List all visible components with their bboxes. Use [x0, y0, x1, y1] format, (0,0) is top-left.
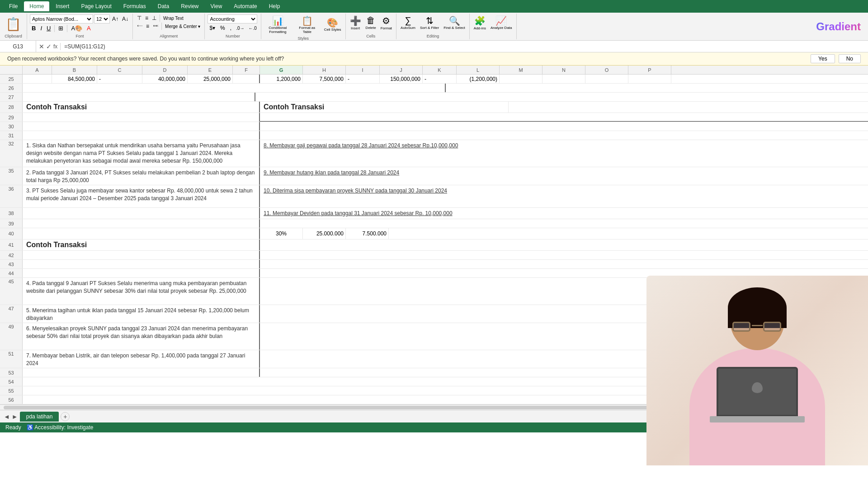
tab-review[interactable]: Review [175, 1, 204, 11]
paste-button[interactable]: 📋 [4, 16, 23, 33]
col-header-b[interactable]: B [52, 66, 97, 74]
col-header-i[interactable]: I [346, 66, 380, 74]
font-shrink-button[interactable]: A↓ [121, 15, 130, 23]
col-header-a[interactable]: A [23, 66, 52, 74]
cell[interactable]: 25,000,000 [188, 75, 233, 83]
tab-nav-prev[interactable]: ◄ [4, 413, 10, 420]
cell[interactable] [23, 75, 52, 83]
cell[interactable]: 1,200,000 [260, 75, 303, 83]
number-format-select[interactable]: Accounting [208, 14, 257, 23]
autosum-button[interactable]: ∑ AutoSum [399, 14, 417, 31]
sort-filter-button[interactable]: ⇅ Sort & Filter [419, 14, 440, 31]
wrap-text-button[interactable]: Wrap Text [162, 15, 185, 21]
percent-button[interactable]: % [218, 24, 227, 32]
confirm-formula-button[interactable]: ✓ [46, 43, 52, 50]
col-header-d[interactable]: D [142, 66, 188, 74]
align-bottom-button[interactable]: ⊥ [151, 14, 158, 22]
col-header-g[interactable]: G [260, 66, 303, 74]
cell-title-left[interactable]: Contoh Transaksi [23, 102, 260, 113]
cell-item-9[interactable]: 9. Membayar hutang iklan pada tanggal 28… [260, 167, 868, 185]
col-header-p[interactable]: P [628, 66, 671, 74]
cell-item-10[interactable]: 10. Diterima sisa pembayaran proyek SUNN… [260, 185, 868, 207]
notification-yes-button[interactable]: Yes [811, 54, 835, 63]
cancel-formula-button[interactable]: ✕ [39, 43, 44, 50]
cell-item-3[interactable]: 3. PT Sukses Selalu juga membayar sewa k… [23, 185, 260, 207]
formula-input[interactable] [61, 43, 868, 50]
delete-button[interactable]: 🗑 Delete [364, 14, 377, 31]
align-middle-button[interactable]: ≡ [144, 14, 150, 22]
cell-calc-amount1[interactable]: 25.000.000 [303, 228, 346, 239]
cell[interactable] [542, 75, 585, 83]
cell[interactable] [500, 75, 542, 83]
tab-file[interactable]: File [4, 1, 23, 11]
cell[interactable]: 40,000,000 [142, 75, 188, 83]
cell-calc-amount2[interactable]: 7.500.000 [346, 228, 389, 239]
col-header-o[interactable]: O [585, 66, 628, 74]
comma-button[interactable]: , [228, 24, 233, 32]
font-grow-button[interactable]: A↑ [111, 15, 120, 23]
tab-page-layout[interactable]: Page Layout [75, 1, 117, 11]
cell[interactable] [233, 75, 260, 83]
bold-button[interactable]: B [30, 24, 38, 32]
conditional-formatting-button[interactable]: 📊 Conditional Formatting [264, 14, 292, 35]
cell[interactable]: 7,500,000 [303, 75, 346, 83]
col-header-e[interactable]: E [188, 66, 233, 74]
font-color-button[interactable]: A [85, 24, 93, 32]
addins-button[interactable]: 🧩 Add-ins [472, 14, 487, 31]
decrease-decimal-button[interactable]: ←.0 [247, 25, 258, 31]
cell-title-left-2[interactable]: Contoh Transaksi [23, 239, 260, 250]
cell-item-2[interactable]: 2. Pada tanggal 3 Januari 2024, PT Sukse… [23, 167, 260, 185]
merge-center-button[interactable]: Merge & Center ▾ [164, 23, 202, 29]
cell-reference-box[interactable]: G13 [0, 41, 36, 52]
align-right-button[interactable]: ⬹ [151, 23, 160, 30]
cell-item-8[interactable]: 8. Membayar gaji pegawai pada tanggal 28… [260, 140, 868, 167]
add-sheet-button[interactable]: + [61, 412, 70, 421]
col-header-h[interactable]: H [303, 66, 346, 74]
analyze-button[interactable]: 📈 Analyze Data [489, 14, 514, 31]
sheet-tab-active[interactable]: pda latihan [20, 412, 59, 422]
col-header-f[interactable]: F [233, 66, 260, 74]
col-header-c[interactable]: C [97, 66, 142, 74]
tab-insert[interactable]: Insert [50, 1, 75, 11]
cell-styles-button[interactable]: 🎨 Cell Styles [323, 16, 343, 33]
cell[interactable]: - [423, 75, 457, 83]
cell[interactable]: - [346, 75, 380, 83]
align-top-button[interactable]: ⊤ [136, 14, 143, 22]
italic-button[interactable]: I [38, 24, 44, 32]
tab-data[interactable]: Data [152, 1, 175, 11]
cell-title-right[interactable]: Contoh Transaksi [260, 102, 509, 113]
fill-color-button[interactable]: A🎨 [69, 24, 84, 32]
notification-no-button[interactable]: No [839, 54, 861, 63]
col-header-m[interactable]: M [500, 66, 542, 74]
font-name-select[interactable]: Aptos Narrow (Bod... [30, 14, 93, 23]
find-select-button[interactable]: 🔍 Find & Select [442, 14, 467, 31]
format-as-table-button[interactable]: 📋 Format as Table [293, 14, 321, 35]
cell-item-6[interactable]: 6. Menyelesaikan proyek SUNNY pada tangg… [23, 323, 260, 350]
col-header-l[interactable]: L [457, 66, 500, 74]
tab-help[interactable]: Help [264, 1, 286, 11]
cell-item-11[interactable]: 11. Membayar Deviden pada tanggal 31 Jan… [260, 208, 868, 219]
currency-button[interactable]: $▾ [208, 24, 217, 32]
tab-view[interactable]: View [205, 1, 228, 11]
cell[interactable] [628, 75, 671, 83]
cell-item-4[interactable]: 4. Pada tanggal 9 Januari PT Sukses Sela… [23, 278, 260, 305]
cell-item-7[interactable]: 7. Membayar beban Listrik, air dan telep… [23, 350, 260, 368]
tab-formulas[interactable]: Formulas [118, 1, 151, 11]
align-left-button[interactable]: ⬸ [136, 23, 144, 30]
borders-button[interactable]: ⊞ [57, 24, 65, 32]
cell[interactable] [585, 75, 628, 83]
cell-item-5[interactable]: 5. Menerima tagihan untuk iklan pada tan… [23, 305, 260, 323]
cell[interactable]: - [97, 75, 142, 83]
font-size-select[interactable]: 12 [94, 14, 110, 23]
insert-button[interactable]: ➕ Insert [349, 14, 363, 31]
cell-calc-percent[interactable]: 30% [260, 228, 303, 239]
tab-automate[interactable]: Automate [228, 1, 262, 11]
cell[interactable]: 84,500,000 [52, 75, 97, 83]
underline-button[interactable]: U [45, 24, 52, 32]
col-header-k[interactable]: K [423, 66, 457, 74]
tab-nav-next[interactable]: ► [12, 413, 18, 420]
increase-decimal-button[interactable]: .0→ [235, 25, 245, 31]
col-header-n[interactable]: N [542, 66, 585, 74]
cell-item-1[interactable]: 1. Siska dan Nathan bersepakat untuk men… [23, 140, 260, 167]
insert-function-button[interactable]: fx [53, 43, 57, 50]
